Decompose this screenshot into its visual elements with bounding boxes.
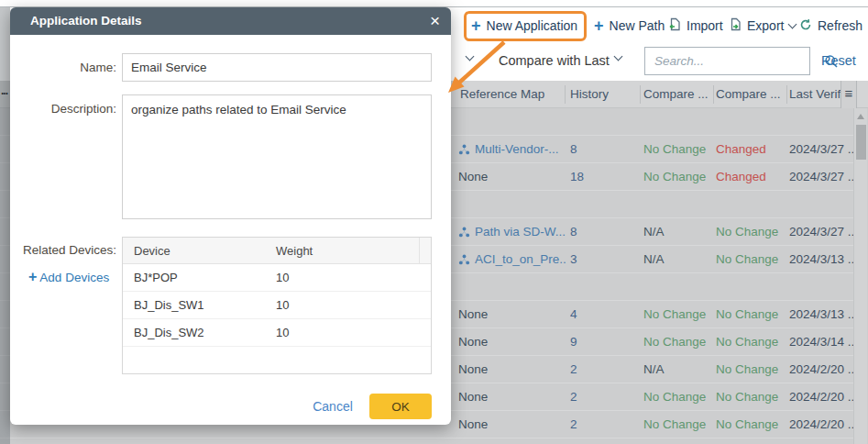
scroll-gutter [419, 238, 431, 264]
column-header-history[interactable]: History [570, 81, 609, 108]
network-map-icon [458, 144, 470, 155]
cell-last-verified: 2024/3/13 .. [789, 301, 853, 328]
device-row[interactable]: BJ*POP10 [123, 264, 431, 292]
device-row[interactable]: BJ_Dis_SW210 [123, 319, 431, 347]
cell-compare-1: No Change [643, 411, 711, 438]
cell-compare-1: No Change [643, 136, 711, 163]
related-devices-table-header: Device Weight [123, 238, 431, 264]
cell-reference-map: None [458, 411, 566, 438]
add-devices-button[interactable]: + Add Devices [28, 265, 109, 289]
cell-last-verified: 2024/3/13 .. [789, 246, 853, 273]
network-map-icon [458, 254, 470, 265]
device-row[interactable]: BJ_Dis_SW110 [123, 292, 431, 319]
chevron-down-icon[interactable] [614, 52, 623, 61]
column-header-compare-1[interactable]: Compare ... [643, 81, 709, 108]
refresh-button[interactable]: Refresh [799, 12, 863, 39]
cell-last-verified: 2024/3/14 .. [789, 328, 853, 356]
import-label: Import [687, 18, 723, 33]
cell-reference-map: None [458, 328, 566, 356]
cell-history: 8 [570, 218, 636, 246]
export-document-icon [729, 17, 742, 34]
weight-column-header[interactable]: Weight [276, 238, 313, 264]
refresh-icon [799, 18, 812, 34]
cell-reference-map[interactable]: ACI_to_on_Pre... [458, 246, 566, 273]
dialog-header[interactable]: Application Details × [10, 7, 451, 35]
reset-link[interactable]: Reset [821, 53, 856, 68]
cell-compare-1: N/A [643, 218, 711, 246]
cell-compare-1: No Change [643, 383, 711, 411]
plus-icon: + [471, 14, 481, 38]
header-separator [786, 85, 787, 104]
cell-history: 18 [570, 163, 636, 191]
cell-history: 9 [570, 328, 636, 356]
cancel-button[interactable]: Cancel [305, 399, 360, 414]
header-separator [713, 85, 714, 104]
cell-history: 4 [570, 301, 636, 328]
close-icon[interactable]: × [430, 10, 440, 32]
cell-history: 2 [570, 356, 636, 383]
cell-last-verified: 2024/2/20 .. [789, 356, 853, 383]
cell-history: 8 [570, 136, 636, 163]
application-details-dialog: Application Details × Name: Description:… [10, 7, 451, 425]
cell-device-name: BJ*POP [134, 264, 178, 292]
cell-compare-2: No Change [716, 411, 784, 438]
new-path-label: New Path [610, 18, 665, 33]
import-document-icon [668, 17, 681, 34]
cell-reference-map[interactable]: Multi-Vendor-... [458, 136, 566, 163]
cell-compare-1: No Change [643, 328, 711, 356]
cell-reference-map: None [458, 356, 566, 383]
cell-device-name: BJ_Dis_SW2 [134, 319, 204, 347]
dialog-title: Application Details [30, 14, 142, 28]
new-application-button[interactable]: + New Application [471, 12, 577, 39]
cell-compare-2: No Change [716, 218, 784, 246]
cell-reference-map: None [458, 383, 566, 411]
export-label: Export [747, 18, 784, 33]
cell-history: 3 [570, 246, 636, 273]
plus-icon: + [28, 269, 37, 284]
cell-compare-2: Changed [716, 136, 784, 163]
cell-compare-2: Changed [716, 163, 784, 191]
column-header-compare-2[interactable]: Compare ... [716, 81, 781, 108]
app-window: Reference Map History Compare ... Compar… [0, 0, 868, 444]
cell-last-verified: 2024/2/20 .. [789, 411, 853, 438]
device-column-header[interactable]: Device [134, 238, 170, 264]
cell-device-name: BJ_Dis_SW1 [134, 292, 204, 319]
cell-device-weight: 10 [276, 264, 289, 292]
cell-compare-1: No Change [643, 301, 711, 328]
import-button[interactable]: Import [668, 12, 723, 39]
new-path-button[interactable]: + New Path [594, 12, 665, 39]
name-label: Name: [10, 61, 116, 74]
vertical-scrollbar[interactable] [853, 108, 867, 444]
add-devices-label: Add Devices [39, 271, 109, 284]
cell-last-verified: 2024/2/20 .. [789, 383, 853, 411]
header-separator [640, 85, 641, 104]
related-devices-rows: BJ*POP10BJ_Dis_SW110BJ_Dis_SW210 [123, 264, 431, 347]
export-button[interactable]: Export [729, 12, 796, 39]
refresh-label: Refresh [818, 18, 863, 33]
plus-icon: + [594, 14, 604, 38]
column-header-reference-map[interactable]: Reference Map [460, 81, 544, 108]
search-box[interactable] [644, 47, 810, 75]
truncated-column-header: ... [1, 84, 7, 97]
cell-reference-map[interactable]: Path via SD-W... [458, 218, 566, 246]
hamburger-menu-icon[interactable]: ≡ [841, 81, 857, 108]
scroll-up-arrow-icon[interactable] [857, 114, 864, 119]
cell-reference-map: None [458, 301, 566, 328]
description-label: Description: [10, 102, 116, 116]
cell-compare-1: N/A [643, 356, 711, 383]
cell-last-verified: 2024/3/27 .. [789, 163, 853, 191]
cell-compare-2: No Change [716, 356, 784, 383]
scrollbar-thumb[interactable] [856, 125, 866, 160]
description-field[interactable] [122, 94, 432, 219]
cell-last-verified: 2024/3/27 .. [789, 218, 853, 246]
name-field[interactable] [122, 53, 432, 82]
cell-compare-1: N/A [643, 246, 711, 273]
network-map-icon [458, 227, 470, 238]
chevron-down-icon[interactable] [466, 52, 475, 61]
cell-compare-2: No Change [716, 328, 784, 356]
search-input[interactable] [645, 54, 824, 68]
cell-device-weight: 10 [276, 319, 289, 347]
ok-button[interactable]: OK [369, 394, 432, 419]
compare-with-last-dropdown[interactable]: Compare with Last [499, 53, 610, 68]
cell-compare-2: No Change [716, 301, 784, 328]
